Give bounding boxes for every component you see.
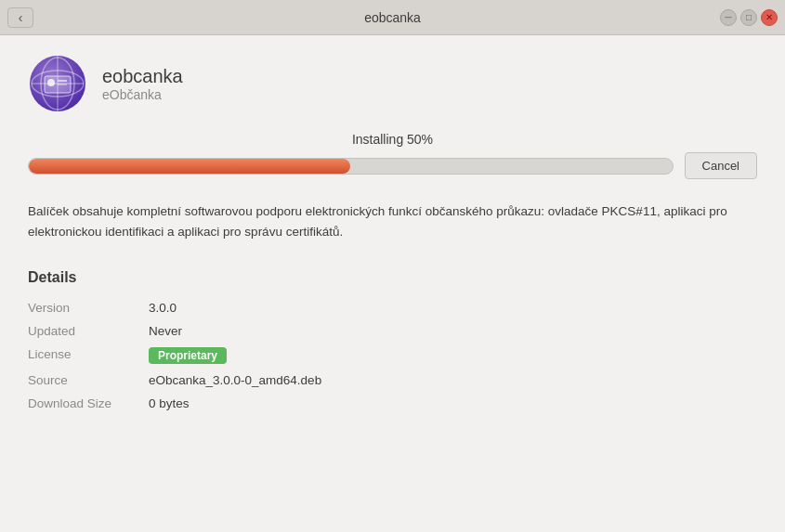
detail-value-download-size: 0 bytes: [149, 396, 757, 410]
license-badge: Proprietary: [149, 347, 227, 364]
progress-bar-container: [28, 158, 674, 175]
progress-label: Installing 50%: [28, 132, 757, 147]
app-info: eobcanka eObčanka: [102, 66, 183, 102]
detail-key-updated: Updated: [28, 324, 149, 338]
detail-key-source: Source: [28, 373, 149, 387]
content-area: eobcanka eObčanka Installing 50% Cancel …: [0, 35, 785, 532]
close-button[interactable]: ✕: [761, 9, 778, 26]
app-name: eobcanka: [102, 66, 183, 87]
window-title: eobcanka: [364, 10, 421, 25]
app-description: Balíček obsahuje kompletní softwarovou p…: [28, 201, 757, 241]
svg-point-6: [47, 79, 55, 86]
cancel-button[interactable]: Cancel: [685, 152, 757, 179]
detail-value-license: Proprietary: [149, 347, 757, 364]
detail-key-download-size: Download Size: [28, 396, 149, 410]
app-window: ‹ eobcanka ─ □ ✕: [0, 0, 785, 532]
details-section: Details Version 3.0.0 Updated Never Lice…: [28, 269, 757, 410]
titlebar: ‹ eobcanka ─ □ ✕: [0, 0, 785, 35]
detail-value-version: 3.0.0: [149, 301, 757, 315]
detail-key-license: License: [28, 347, 149, 364]
progress-bar-fill: [29, 159, 350, 174]
details-table: Version 3.0.0 Updated Never License Prop…: [28, 301, 757, 410]
app-icon: [28, 54, 87, 113]
app-header: eobcanka eObčanka: [28, 54, 757, 113]
minimize-button[interactable]: ─: [720, 9, 737, 26]
detail-value-updated: Never: [149, 324, 757, 338]
detail-value-source: eObcanka_3.0.0-0_amd64.deb: [149, 373, 757, 387]
progress-section: Installing 50% Cancel: [28, 132, 757, 179]
back-button[interactable]: ‹: [7, 7, 33, 28]
progress-row: Cancel: [28, 152, 757, 179]
app-subtitle: eObčanka: [102, 87, 183, 102]
maximize-button[interactable]: □: [740, 9, 757, 26]
detail-key-version: Version: [28, 301, 149, 315]
details-heading: Details: [28, 269, 757, 286]
window-controls: ─ □ ✕: [720, 9, 778, 26]
